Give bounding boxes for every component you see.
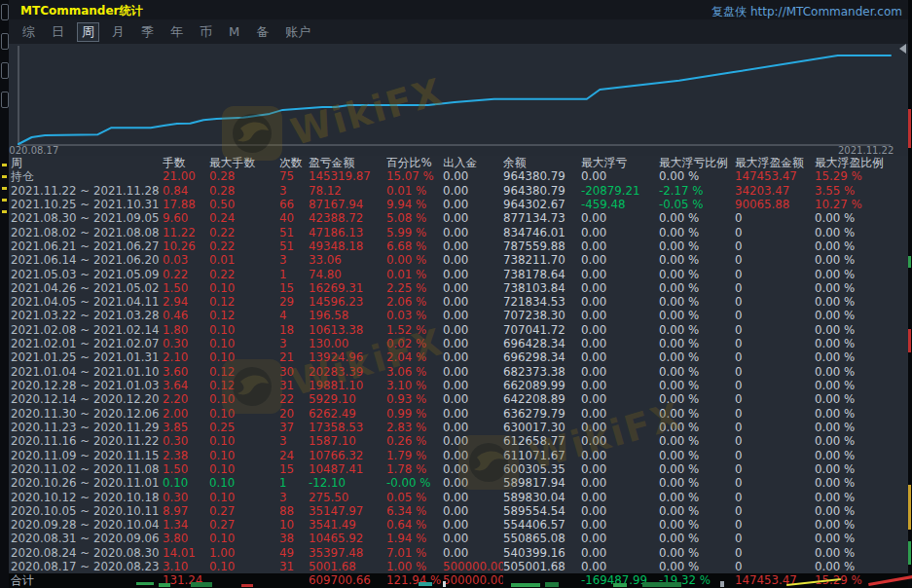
table-cell: 2021.04.05 ~ 2021.04.11 [11, 295, 163, 309]
table-row[interactable]: 2020.10.05 ~ 2020.10.118.970.278835147.9… [9, 504, 908, 518]
table-row[interactable]: 2021.11.22 ~ 2021.11.280.840.28378.120.0… [9, 184, 908, 198]
table-cell: 0.00 [581, 434, 659, 448]
table-cell: 3.06 % [386, 365, 443, 379]
table-row[interactable]: 2021.04.26 ~ 2021.05.021.500.101516269.3… [9, 281, 908, 295]
table-cell: 0.00 [443, 462, 503, 476]
menu-item-币[interactable]: 币 [196, 23, 216, 41]
table-cell: 0 [735, 309, 815, 322]
table-row[interactable]: 2020.09.28 ~ 2020.10.041.340.27103541.49… [9, 518, 908, 532]
table-cell: 0 [735, 392, 815, 406]
menu-item-月[interactable]: 月 [108, 23, 128, 41]
table-cell: 2021.01.04 ~ 2021.01.10 [11, 365, 163, 379]
table-cell: 0.00 [443, 198, 503, 211]
table-cell: 0.00 [581, 462, 659, 476]
table-cell: 9.60 [163, 211, 209, 225]
table-cell: 2021.06.21 ~ 2021.06.27 [11, 239, 163, 253]
table-row[interactable]: 2021.08.30 ~ 2021.09.059.600.244042388.7… [9, 211, 908, 225]
table-row[interactable]: 2021.02.08 ~ 2021.02.141.800.101810613.3… [9, 323, 908, 337]
scroll-left-arrow-icon[interactable] [899, 44, 906, 54]
table-row[interactable]: 2020.11.23 ~ 2020.11.293.850.253717358.5… [9, 421, 908, 434]
table-row[interactable]: 2020.12.28 ~ 2021.01.033.640.123119881.1… [9, 379, 908, 392]
menu-item-年[interactable]: 年 [166, 23, 187, 41]
table-row[interactable]: 2021.04.05 ~ 2021.04.112.940.122914596.2… [9, 295, 908, 309]
table-cell: 589817.94 [503, 476, 581, 490]
table-cell: 3.10 [163, 560, 209, 573]
table-cell: 0.00 [443, 211, 503, 225]
table-row[interactable]: 2021.06.21 ~ 2021.06.2710.260.225149348.… [9, 239, 908, 253]
table-cell: 0.00 % [659, 309, 735, 322]
table-row[interactable]: 2020.11.16 ~ 2020.11.220.300.1031587.100… [9, 434, 908, 448]
table-row[interactable]: 2021.02.01 ~ 2021.02.070.300.103130.000.… [9, 337, 908, 350]
background-chart-fragment [908, 329, 911, 352]
table-cell: 1.50 [163, 281, 209, 295]
table-cell: 0.00 [581, 295, 659, 309]
menu-item-账户[interactable]: 账户 [281, 23, 314, 41]
table-cell: 0 [735, 226, 815, 239]
menu-item-日[interactable]: 日 [48, 23, 68, 41]
table-cell: 0.00 % [659, 169, 735, 183]
table-row[interactable]: 2021.10.25 ~ 2021.10.3117.880.506687167.… [9, 198, 908, 211]
column-header: 余额 [503, 156, 581, 169]
table-cell: 16269.31 [309, 281, 386, 295]
background-window-right-edge [908, 0, 912, 588]
table-cell: 74.80 [309, 268, 386, 281]
table-cell: 707041.72 [503, 323, 581, 337]
table-cell: 0.22 [209, 268, 279, 281]
table-cell: 2021.02.01 ~ 2021.02.07 [11, 337, 163, 350]
table-cell: 0.00 % [659, 281, 735, 295]
table-row[interactable]: 2021.05.03 ~ 2021.05.090.220.22174.800.0… [9, 268, 908, 281]
table-cell: 30 [279, 365, 309, 379]
table-cell: 0.01 % [386, 184, 443, 198]
table-cell: 0.00 % [815, 407, 908, 421]
table-total-row[interactable]: 合计131.24609700.66121.94 %500000.00-16948… [9, 573, 908, 587]
table-cell: 0.30 [163, 337, 209, 350]
table-cell: 15.29 % [815, 169, 908, 183]
table-cell: 17.88 [163, 198, 209, 211]
table-cell: 1.00 % [386, 560, 443, 573]
menu-item-综[interactable]: 综 [18, 23, 39, 41]
table-cell: 636279.79 [503, 407, 581, 421]
column-header: 最大浮盈金额 [735, 156, 815, 169]
table-cell: 0.00 % [815, 504, 908, 518]
table-cell: 2.04 % [386, 350, 443, 364]
table-cell: 1.50 [163, 462, 209, 476]
table-row[interactable]: 2020.12.14 ~ 2020.12.202.200.10225929.10… [9, 392, 908, 406]
table-row[interactable]: 2020.11.30 ~ 2020.12.062.000.10206262.49… [9, 407, 908, 421]
background-chart-fragment [419, 582, 432, 586]
menu-item-备[interactable]: 备 [252, 23, 273, 41]
table-cell: 3.80 [163, 532, 209, 545]
table-cell: 0 [735, 532, 815, 545]
table-cell: 87167.94 [309, 198, 386, 211]
table-cell: 0.00 [581, 211, 659, 225]
table-row[interactable]: 2020.10.26 ~ 2020.11.010.100.101-12.10-0… [9, 476, 908, 490]
table-row[interactable]: 2020.08.24 ~ 2020.08.3014.011.004935397.… [9, 546, 908, 560]
table-cell: 0.00 [443, 504, 503, 518]
table-row[interactable]: 2020.11.02 ~ 2020.11.081.500.101510487.4… [9, 462, 908, 476]
table-cell: 0.00 % [659, 295, 735, 309]
table-cell: 2020.08.17 ~ 2020.08.23 [11, 560, 163, 573]
table-row[interactable]: 2020.11.09 ~ 2020.11.152.380.102410766.3… [9, 449, 908, 462]
table-row[interactable]: 2021.08.02 ~ 2021.08.0811.220.225147186.… [9, 226, 908, 239]
table-cell: 0.00 [581, 532, 659, 545]
statistics-window: MTCommander统计 复盘侠 http://MTCommander.com… [9, 0, 909, 588]
brand-link[interactable]: 复盘侠 http://MTCommander.com [711, 4, 902, 20]
background-chart-fragment [511, 583, 540, 587]
background-chart-fragment [2, 187, 7, 190]
table-row[interactable]: 2021.01.25 ~ 2021.01.312.100.102113924.9… [9, 350, 908, 364]
table-cell: 0.10 [209, 337, 279, 350]
table-row[interactable]: 2020.08.31 ~ 2020.09.063.800.103810465.9… [9, 532, 908, 545]
table-row[interactable]: 2021.03.22 ~ 2021.03.280.460.124196.580.… [9, 309, 908, 322]
table-cell: 0.00 % [815, 449, 908, 462]
menu-item-季[interactable]: 季 [137, 23, 158, 41]
table-row[interactable]: 2020.10.12 ~ 2020.10.180.300.103275.500.… [9, 491, 908, 504]
menu-item-周[interactable]: 周 [77, 22, 99, 42]
background-chart-fragment [545, 582, 559, 587]
table-row[interactable]: 2020.08.17 ~ 2020.08.233.100.10315001.68… [9, 560, 908, 573]
table-row[interactable]: 2021.01.04 ~ 2021.01.103.600.123020283.3… [9, 365, 908, 379]
table-row[interactable]: 持仓21.000.2875145319.8715.07 %0.00964380.… [9, 169, 908, 183]
table-cell: 0.00 % [815, 323, 908, 337]
menu-item-M[interactable]: M [225, 23, 243, 41]
table-row[interactable]: 2021.06.14 ~ 2021.06.200.030.01333.060.0… [9, 253, 908, 267]
table-cell: 130.00 [309, 337, 386, 350]
table-cell: 0.03 [163, 253, 209, 267]
